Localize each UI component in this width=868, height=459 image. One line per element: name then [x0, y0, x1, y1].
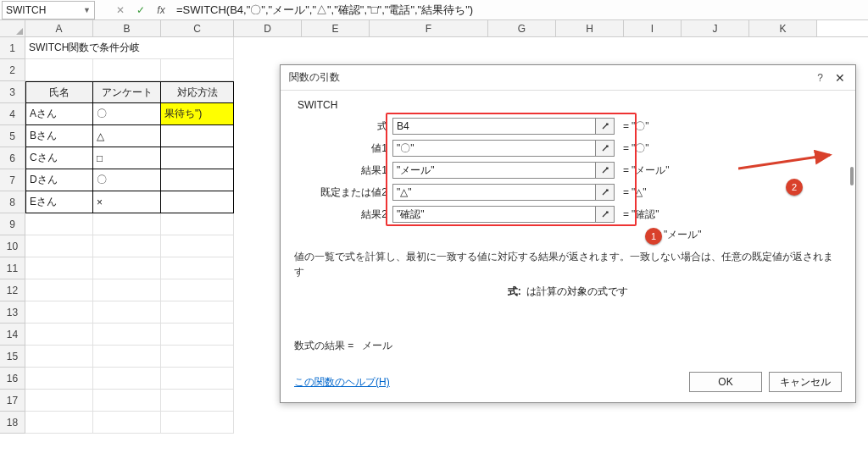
arg-label: 既定または値2: [294, 185, 392, 200]
formula-text: =SWITCH(B4,"〇","メール","△","確認","□","電話","…: [176, 3, 473, 18]
select-all-corner[interactable]: [0, 20, 25, 36]
table-cell[interactable]: [161, 125, 234, 147]
arg-eval: "メール": [628, 163, 670, 178]
close-icon[interactable]: ✕: [833, 71, 847, 85]
table-cell[interactable]: 〇: [93, 169, 161, 191]
arg-input-value2[interactable]: "△": [392, 184, 596, 201]
arg-input-value1[interactable]: "〇": [392, 140, 596, 157]
table-header[interactable]: 氏名: [25, 81, 93, 103]
row-header[interactable]: 5: [0, 125, 25, 147]
row-header[interactable]: 17: [0, 390, 25, 412]
col-header-I[interactable]: I: [624, 20, 682, 36]
table-cell[interactable]: [161, 169, 234, 191]
formula-input[interactable]: =SWITCH(B4,"〇","メール","△","確認","□","電話","…: [171, 1, 868, 19]
fx-icon[interactable]: fx: [151, 4, 171, 16]
table-cell[interactable]: △: [93, 125, 161, 147]
row-header[interactable]: 10: [0, 235, 25, 257]
svg-line-0: [738, 155, 830, 169]
col-header-H[interactable]: H: [556, 20, 624, 36]
col-header-D[interactable]: D: [234, 20, 302, 36]
row-header[interactable]: 7: [0, 169, 25, 191]
arg-input-result1[interactable]: "メール": [392, 162, 596, 179]
argument-row: 既定または値2 "△" = "△": [294, 182, 842, 202]
arg-eval: "確認": [628, 207, 659, 222]
cell-title[interactable]: SWITCH関数で条件分岐: [25, 37, 234, 59]
table-cell[interactable]: Cさん: [25, 147, 93, 169]
table-cell[interactable]: ×: [93, 191, 161, 213]
table-cell[interactable]: 〇: [93, 103, 161, 125]
annotation-number-1: 1: [645, 228, 662, 245]
row-header[interactable]: 14: [0, 324, 25, 346]
row-header[interactable]: 13: [0, 301, 25, 324]
col-header-G[interactable]: G: [488, 20, 556, 36]
col-header-C[interactable]: C: [161, 20, 234, 36]
annotation-arrow-icon: [738, 150, 840, 175]
row-header[interactable]: 8: [0, 191, 25, 213]
function-name: SWITCH: [298, 99, 842, 111]
arg-eval: "△": [628, 186, 647, 198]
col-header-J[interactable]: J: [682, 20, 749, 36]
range-picker-icon[interactable]: [596, 118, 615, 135]
arg-eval: "〇": [628, 119, 649, 134]
range-picker-icon[interactable]: [596, 140, 615, 157]
formula-bar: SWITCH ▼ ✕ ✓ fx =SWITCH(B4,"〇","メール","△"…: [0, 0, 868, 20]
dialog-scrollbar[interactable]: [850, 167, 854, 185]
argument-row: 結果2 "確認" = "確認": [294, 204, 842, 224]
col-header-K[interactable]: K: [749, 20, 817, 36]
formula-cancel-button[interactable]: ✕: [110, 1, 131, 19]
table-cell[interactable]: Aさん: [25, 103, 93, 125]
arg-label: 結果1: [294, 163, 392, 178]
row-header[interactable]: 6: [0, 147, 25, 169]
row-header[interactable]: 12: [0, 279, 25, 301]
row-header[interactable]: 2: [0, 59, 25, 81]
dialog-titlebar[interactable]: 関数の引数 ? ✕: [281, 65, 855, 91]
table-cell[interactable]: □: [93, 147, 161, 169]
table-cell[interactable]: Bさん: [25, 125, 93, 147]
arg-label: 式: [294, 119, 392, 134]
function-arguments-dialog: 関数の引数 ? ✕ SWITCH 式 B4 = "〇" 値1 "〇" = "〇"…: [280, 64, 856, 403]
col-header-A[interactable]: A: [25, 20, 93, 36]
table-cell[interactable]: [161, 147, 234, 169]
row-header[interactable]: 15: [0, 346, 25, 368]
row-header[interactable]: 4: [0, 103, 25, 125]
formula-result: 数式の結果 = メール: [294, 339, 392, 353]
range-picker-icon[interactable]: [596, 162, 615, 179]
dialog-help-button[interactable]: ?: [817, 72, 823, 84]
table-header[interactable]: アンケート: [93, 81, 161, 103]
arg-label: 値1: [294, 141, 392, 156]
dialog-title: 関数の引数: [289, 70, 340, 85]
table-cell[interactable]: Eさん: [25, 191, 93, 213]
argument-description: 式: は計算の対象の式です: [294, 285, 842, 299]
row-header[interactable]: 18: [0, 412, 25, 434]
col-header-E[interactable]: E: [302, 20, 370, 36]
arg-label: 結果2: [294, 207, 392, 222]
col-header-B[interactable]: B: [93, 20, 161, 36]
row-header[interactable]: 9: [0, 213, 25, 235]
cancel-button[interactable]: キャンセル: [769, 372, 842, 392]
arg-eval: "〇": [628, 141, 649, 156]
ok-button[interactable]: OK: [689, 372, 762, 392]
range-picker-icon[interactable]: [596, 206, 615, 223]
table-header[interactable]: 対応方法: [161, 81, 234, 103]
column-headers: A B C D E F G H I J K: [0, 20, 868, 37]
formula-confirm-button[interactable]: ✓: [131, 1, 151, 19]
range-picker-icon[interactable]: [596, 184, 615, 201]
function-help-link[interactable]: この関数のヘルプ(H): [294, 375, 390, 390]
function-result: "メール": [660, 228, 702, 242]
name-box[interactable]: SWITCH ▼: [2, 1, 95, 19]
name-box-text: SWITCH: [6, 4, 46, 16]
row-header[interactable]: 1: [0, 37, 25, 59]
row-header[interactable]: 3: [0, 81, 25, 103]
equals-label: =: [615, 120, 628, 132]
row-header[interactable]: 11: [0, 257, 25, 279]
table-cell[interactable]: [161, 191, 234, 213]
col-header-F[interactable]: F: [370, 20, 488, 36]
arg-input-expression[interactable]: B4: [392, 118, 596, 135]
arg-input-result2[interactable]: "確認": [392, 206, 596, 223]
chevron-down-icon[interactable]: ▼: [83, 6, 91, 14]
function-description: 値の一覧で式を計算し、最初に一致する値に対応する結果が返されます。一致しない場合…: [294, 249, 842, 279]
active-cell[interactable]: 果待ち"): [161, 103, 234, 125]
row-header[interactable]: 16: [0, 368, 25, 390]
table-cell[interactable]: Dさん: [25, 169, 93, 191]
annotation-number-2: 2: [786, 179, 803, 196]
